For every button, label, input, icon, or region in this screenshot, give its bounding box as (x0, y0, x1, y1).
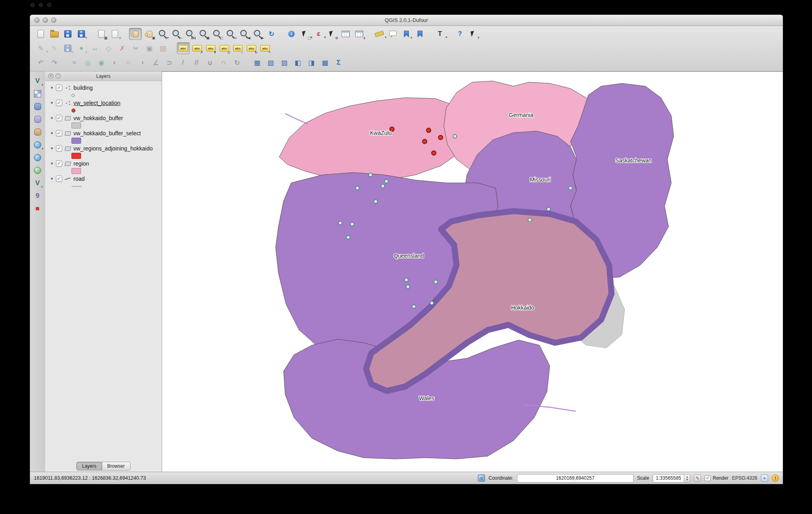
change-label-icon[interactable]: abc✎ (259, 43, 271, 54)
cut-features-icon[interactable]: ✂ (130, 43, 142, 54)
new-shapefile-layer-icon[interactable]: V✎ (32, 178, 44, 189)
layer-label[interactable]: vw_regions_adjoining_hokkaido (73, 145, 152, 152)
layer-item-building[interactable]: ▼✓building (45, 83, 162, 92)
panel-tab-layers[interactable]: Layers (76, 462, 102, 471)
help-contents-icon[interactable]: ? (454, 28, 466, 40)
layer-item-region[interactable]: ▼✓region (45, 159, 162, 168)
layer-visibility-checkbox[interactable]: ✓ (56, 130, 62, 136)
save-project-as-icon[interactable]: ✎ (75, 28, 87, 40)
text-annotation-icon[interactable]: T▾ (434, 28, 446, 40)
node-tool-icon[interactable]: ◇ (103, 43, 115, 54)
layer-expand-icon[interactable]: ▼ (50, 162, 54, 166)
layer-visibility-checkbox[interactable]: ✓ (56, 85, 62, 91)
whats-this-icon[interactable]: ? (467, 28, 479, 40)
offset-curve-icon[interactable]: ⊃ (163, 57, 175, 68)
statistics-icon[interactable]: Σ (333, 57, 345, 68)
add-ring-icon[interactable]: ◎ (82, 57, 94, 68)
layer-expand-icon[interactable]: ▼ (50, 146, 54, 150)
identify-features-icon[interactable]: i (285, 28, 297, 40)
highlight-pinned-labels-icon[interactable]: abc◎ (218, 43, 230, 54)
add-wfs-layer-icon[interactable] (32, 165, 44, 176)
layer-label[interactable]: road (73, 176, 85, 182)
new-project-icon[interactable] (35, 28, 47, 40)
open-attribute-table-icon[interactable] (340, 28, 352, 40)
scale-combo[interactable]: 1:33565585 ▲▼ (653, 474, 690, 482)
text-annotation-icon-dropdown-arrow[interactable]: ▾ (446, 36, 447, 39)
delete-selected-icon[interactable]: ✗ (116, 43, 128, 54)
zoom-out-icon[interactable]: − (170, 28, 182, 40)
show-bookmarks-icon[interactable] (414, 28, 426, 40)
label-options-icon[interactable]: abc✗ (191, 43, 203, 54)
epsg-status[interactable]: EPSG:4326 (732, 475, 757, 481)
new-bookmark-icon[interactable]: + (400, 28, 412, 40)
add-spatialite-layer-icon[interactable] (32, 114, 44, 125)
zoom-last-icon[interactable]: ◀ (238, 28, 250, 40)
paste-features-icon[interactable]: ▤ (157, 43, 169, 54)
tracking-icon[interactable]: ◎ (478, 474, 485, 482)
layer-visibility-checkbox[interactable]: ✓ (56, 115, 62, 121)
coordinate-input[interactable] (517, 474, 634, 482)
deselect-features-icon[interactable]: ⊘ (326, 28, 338, 40)
close-button[interactable] (34, 18, 40, 23)
add-mssql-layer-icon[interactable] (32, 127, 44, 138)
layer-label[interactable]: region (73, 160, 89, 167)
new-print-composer-icon[interactable]: ▦ (95, 28, 107, 40)
scale-stepper[interactable]: ▲▼ (684, 474, 690, 482)
title-bar[interactable]: QGIS 2.0.1-Dufour (30, 15, 783, 26)
move-feature-icon[interactable]: ↔ (89, 43, 101, 54)
pin-labels-icon[interactable]: abc▼ (205, 43, 217, 54)
stop-render-icon[interactable]: ✎ (694, 474, 701, 482)
open-project-icon[interactable] (48, 28, 60, 40)
pan-to-selection-icon[interactable]: ▣ (143, 28, 155, 40)
current-edits-icon[interactable]: ✎▾ (35, 43, 47, 54)
add-part-icon[interactable]: ◉ (95, 57, 107, 68)
select-by-expression-icon-dropdown-arrow[interactable]: ▾ (324, 36, 326, 39)
clip-layer-icon[interactable]: ◧ (292, 57, 304, 68)
reshape-features-icon[interactable]: ∠ (150, 57, 162, 68)
render-checkbox[interactable]: ✓ Render (705, 475, 728, 481)
select-by-expression-icon[interactable]: ε▾ (313, 28, 325, 40)
intersect-layer-icon[interactable]: ▩ (319, 57, 331, 68)
select-features-icon-dropdown-arrow[interactable]: ▾ (311, 36, 312, 39)
zoom-next-icon[interactable]: ▶ (252, 28, 264, 40)
layer-visibility-checkbox[interactable]: ✓ (56, 176, 62, 182)
zoom-native-icon[interactable]: 1:1 (184, 28, 196, 40)
zoom-to-selection-icon[interactable]: ▢ (211, 28, 223, 40)
delete-ring-icon[interactable]: ○ (123, 57, 135, 68)
layer-expand-icon[interactable]: ▼ (50, 131, 54, 135)
merge-attributes-icon[interactable]: ∩ (218, 57, 230, 68)
layer-expand-icon[interactable]: ▼ (50, 116, 54, 120)
stepper-down-icon[interactable]: ▼ (686, 478, 688, 481)
stepper-up-icon[interactable]: ▲ (686, 475, 688, 478)
zoom-to-layer-icon[interactable]: ≡ (225, 28, 237, 40)
add-wms-layer-icon[interactable]: + (32, 139, 44, 150)
rotate-label-icon[interactable]: abc↻ (246, 43, 257, 54)
split-parts-icon[interactable]: // (190, 57, 202, 68)
remove-layer-icon[interactable]: ■ (32, 203, 44, 214)
layer-label[interactable]: vw_hokkaido_buffer (73, 115, 123, 121)
layer-item-vw_hokkaido_buffer[interactable]: ▼✓vw_hokkaido_buffer (45, 114, 162, 122)
measure-icon[interactable]: ▾ (373, 28, 385, 40)
map-tips-icon[interactable] (387, 28, 399, 40)
add-wcs-layer-icon[interactable] (32, 152, 44, 163)
panel-close-icon[interactable]: × (48, 73, 53, 79)
split-features-icon[interactable]: / (177, 57, 189, 68)
add-vector-layer-icon[interactable]: V+ (32, 75, 44, 87)
save-layer-edits-icon[interactable]: ✎ (62, 43, 74, 54)
add-raster-layer-icon[interactable] (32, 88, 44, 99)
field-calculator-icon[interactable]: ε (353, 28, 365, 40)
layer-label[interactable]: vw_select_location (73, 100, 121, 106)
layer-item-vw_regions_adjoining_hokkaido[interactable]: ▼✓vw_regions_adjoining_hokkaido (45, 144, 162, 152)
composer-manager-icon[interactable]: ≡ (109, 28, 121, 40)
save-project-icon[interactable] (62, 28, 74, 40)
labeling-icon[interactable]: abc (177, 42, 190, 54)
zoom-button[interactable] (51, 18, 56, 23)
map-canvas[interactable]: KwaZuluGermaniaSaskatchewanMissouriQueen… (162, 71, 783, 472)
toggle-editing-icon[interactable]: ✎ (48, 43, 60, 54)
layer-visibility-checkbox[interactable]: ✓ (56, 100, 62, 106)
crs-status-icon[interactable]: + (761, 474, 768, 482)
pan-map-icon[interactable] (129, 28, 142, 40)
add-feature-icon[interactable]: ●+ (75, 43, 87, 54)
simplify-feature-icon[interactable]: ≈ (68, 57, 80, 68)
undo-icon[interactable]: ↶ (35, 57, 47, 68)
